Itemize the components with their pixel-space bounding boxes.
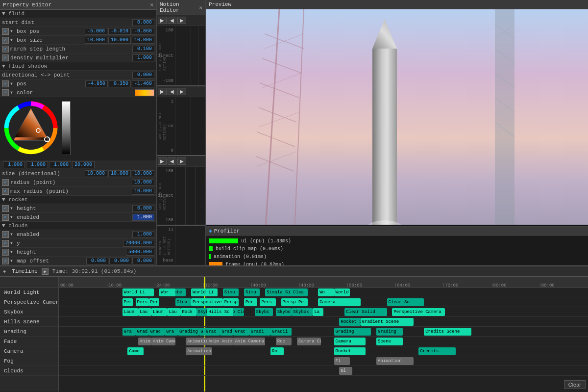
motion-editor-close[interactable]: ✕ [199, 4, 202, 11]
prop-checkbox-rocketenabled[interactable]: ✓ [2, 214, 9, 221]
clip-grad-3[interactable]: Grac [149, 328, 165, 336]
prop-checkbox-cloudsheight[interactable]: ✓ [2, 249, 9, 256]
clip-grad-1[interactable]: Gra [122, 328, 136, 336]
clip-worldlight-wo[interactable]: Wo [318, 288, 334, 296]
clip-grad-grading3[interactable]: Grading [376, 328, 403, 336]
clip-fade-animanim[interactable]: Anim Anim [207, 338, 233, 345]
clip-pers-persp[interactable]: Persp Pe [281, 298, 308, 306]
clip-sky-laur[interactable]: Laur [151, 308, 167, 316]
clip-cam-rocket[interactable]: Rocket [334, 347, 366, 355]
clip-grad-creditsscene[interactable]: Credits Scene [424, 328, 471, 336]
clip-worldlight-simula[interactable]: Simula Si Clea [265, 288, 307, 296]
clip-sky-lau1[interactable]: Lau [138, 308, 151, 316]
clip-grad-ggrac[interactable]: G Grac [199, 328, 220, 336]
color-swatch[interactable] [135, 89, 154, 96]
clip-fog-animation[interactable]: Animation [376, 357, 414, 365]
motion-back-btn-3[interactable]: ◀ [168, 157, 176, 165]
prop-checkbox-cloudsenabled[interactable]: ✓ [2, 231, 9, 238]
prop-triangle-cloudsy[interactable]: ▼ [10, 241, 15, 246]
prop-triangle-pos[interactable]: ▼ [10, 81, 15, 86]
clip-grad-gradii[interactable]: Gradii [270, 328, 292, 336]
prop-value-boxpos-x[interactable]: -5.000 [85, 28, 107, 35]
clip-fade-anim1[interactable]: Anim [138, 338, 151, 345]
prop-checkbox-cloudsoffset[interactable]: ✓ [2, 258, 9, 264]
prop-value-boxsize-y[interactable]: 10.000 [108, 37, 131, 44]
prop-triangle-color[interactable]: ▼ [10, 90, 15, 95]
clip-pers-2[interactable]: Pers [136, 298, 149, 306]
prop-value-radius[interactable]: 10.000 [132, 179, 154, 186]
clip-fade-scene[interactable]: Scene [376, 338, 403, 345]
clip-grad-grading[interactable]: Grading [178, 328, 199, 336]
prop-value-boxpos-z[interactable]: -0.860 [132, 28, 154, 35]
clip-sky-rock[interactable]: Rock [180, 308, 196, 316]
prop-checkbox-radius[interactable]: ✓ [2, 179, 9, 186]
prop-value-maxradius[interactable]: 10.000 [132, 188, 154, 195]
prop-value-pos-y[interactable]: 0.350 [109, 80, 131, 87]
clip-pers-1[interactable]: Per [122, 298, 133, 306]
clip-worldlight-3[interactable]: World Li [191, 288, 218, 296]
clear-button[interactable]: Clear [564, 380, 586, 389]
prop-value-b[interactable]: 1.000 [49, 161, 71, 168]
clip-worldlight-1[interactable]: World Li [122, 288, 154, 296]
color-brightness-strip[interactable] [62, 101, 71, 155]
prop-value-sizedir-x[interactable]: 10.000 [85, 170, 107, 177]
clip-grad-4[interactable]: Gra [165, 328, 178, 336]
clip-sky-clearsolid[interactable]: Clear Solid [344, 308, 387, 316]
prop-checkbox-color[interactable]: ✓ [2, 89, 9, 96]
clip-fade-roc[interactable]: Roc [276, 338, 292, 345]
clip-sky-laun1[interactable]: Laun [122, 308, 138, 316]
prop-value-cloudsoffset-y[interactable]: 0.000 [109, 258, 131, 264]
clip-grad-grading2[interactable]: Grading [334, 328, 371, 336]
clip-grad-2[interactable]: Grad [136, 328, 149, 336]
clip-fade-camera[interactable]: Camera [334, 338, 366, 345]
prop-value-pos-x[interactable]: -4.850 [85, 80, 108, 87]
prop-value-cloudsoffset-z[interactable]: 0.000 [132, 258, 154, 264]
prop-checkbox-cloudsy[interactable]: ✓ [2, 240, 9, 247]
motion-fwd-btn-3[interactable]: ▶ [177, 157, 186, 165]
prop-checkbox-boxpos[interactable]: ✓ [2, 28, 9, 35]
prop-value-cloudsy[interactable]: 70000.000 [123, 240, 154, 247]
prop-value-pos-z[interactable]: -1.460 [132, 80, 154, 87]
clip-sky-skybc[interactable]: Skybc [255, 308, 273, 316]
prop-checkbox-pos[interactable]: ✓ [2, 80, 9, 87]
clip-pers-6[interactable]: Pers [260, 298, 275, 306]
timeline-play-button[interactable]: ▶ [42, 268, 49, 275]
prop-value-r[interactable]: 1.000 [3, 161, 25, 168]
prop-triangle-cloudsheight[interactable]: ▼ [10, 250, 15, 255]
prop-checkbox-density[interactable]: ✓ [2, 54, 9, 61]
prop-value-boxsize-x[interactable]: 10.000 [85, 37, 107, 44]
prop-value-rocketenabled[interactable]: 1.000 [132, 214, 154, 221]
prop-value-rocketheight[interactable]: 0.000 [132, 205, 154, 212]
clip-fade-anima[interactable]: Animation A [186, 338, 207, 345]
motion-fwd-btn-2[interactable]: ▶ [177, 88, 186, 95]
motion-play-btn-3[interactable]: ▶ [158, 157, 167, 165]
clip-hills-gradscene[interactable]: Gradient Scene [361, 318, 414, 326]
prop-value-boxsize-z[interactable]: 10.000 [132, 37, 154, 44]
prop-triangle-rocketheight[interactable]: ▼ [10, 206, 15, 211]
prop-triangle-boxsize[interactable]: ▼ [10, 38, 15, 43]
prop-checkbox-boxsize[interactable]: ✓ [2, 37, 9, 44]
clip-pers-4[interactable]: Persp [223, 298, 239, 306]
clip-pers-camera[interactable]: Camera [318, 298, 360, 306]
prop-checkbox-maxradius[interactable]: ✓ [2, 188, 9, 195]
clip-grad-6[interactable]: Grac [233, 328, 249, 336]
clip-pers-clearso[interactable]: Clear So [387, 298, 424, 306]
clip-grad-5[interactable]: Grad [220, 328, 233, 336]
prop-triangle-rocketenabled[interactable]: ▼ [10, 215, 15, 220]
prop-value-sizedir-y[interactable]: 10.000 [108, 170, 131, 177]
clip-pers-clea[interactable]: Clea [175, 298, 191, 306]
clip-cam-credits[interactable]: Credits [418, 347, 456, 355]
prop-triangle-boxpos[interactable]: ▼ [10, 29, 15, 34]
clip-pers-3[interactable]: Per [149, 298, 160, 306]
motion-back-btn-2[interactable]: ◀ [168, 88, 176, 95]
clip-cam-ro[interactable]: Ro [270, 347, 284, 355]
prop-value-cloudsheight[interactable]: 5000.000 [126, 249, 154, 256]
prop-value-startdist[interactable]: 0.000 [132, 19, 154, 26]
prop-value-density[interactable]: 1.000 [132, 54, 154, 61]
motion-fwd-btn-1[interactable]: ▶ [177, 17, 186, 24]
prop-triangle-cloudsenabled[interactable]: ▼ [10, 232, 15, 237]
motion-back-btn-1[interactable]: ◀ [168, 17, 176, 24]
clip-cam-came[interactable]: Came [127, 347, 143, 355]
clip-clouds-bl[interactable]: Bl [339, 367, 352, 375]
prop-triangle-cloudsoffset[interactable]: ▼ [10, 259, 15, 263]
